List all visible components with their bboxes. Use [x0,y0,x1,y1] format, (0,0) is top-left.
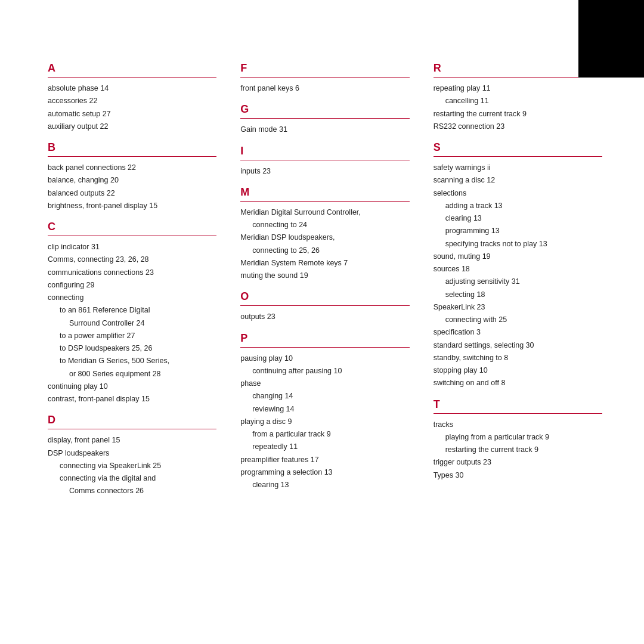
index-entry: Gain mode 31 [240,123,409,136]
section-block-p: Ppausing play 10continuing after pausing… [240,332,409,492]
index-entry: to an 861 Reference Digital [48,304,216,317]
section-letter: F [240,62,409,75]
column-1: Aabsolute phase 14accessories 22automati… [48,54,216,501]
section-block-a: Aabsolute phase 14accessories 22automati… [48,62,216,133]
section-divider [240,305,409,306]
index-entry: front panel keys 6 [240,82,409,95]
section-letter: B [48,141,216,154]
section-letter: C [48,221,216,233]
index-entry: connecting with 25 [434,314,602,326]
index-entry: brightness, front-panel display 15 [48,200,216,212]
index-entry: communications connections 23 [48,267,216,279]
index-entry: changing 14 [240,390,409,402]
index-entry: reviewing 14 [240,403,409,416]
index-entry: selections [434,187,602,200]
section-letter: D [48,414,216,426]
index-entry: continuing after pausing 10 [240,365,409,377]
section-divider [240,118,409,119]
section-divider [434,413,602,414]
section-divider [240,201,409,202]
index-entry: connecting [48,292,216,304]
index-entry: back panel connections 22 [48,162,216,174]
section-block-r: Rrepeating play 11cancelling 11restartin… [434,62,602,133]
section-block-m: MMeridian Digital Surround Controller,co… [240,186,409,283]
index-entry: tracks [434,419,602,431]
index-entry: auxiliary output 22 [48,120,216,133]
section-letter: T [434,398,602,411]
index-entry: accessories 22 [48,95,216,107]
index-entry: safety warnings ii [434,162,602,174]
index-entry: adjusting sensitivity 31 [434,275,602,288]
section-letter: P [240,332,409,345]
index-entry: programming a selection 13 [240,466,409,479]
index-entry: scanning a disc 12 [434,174,602,187]
index-entry: Surround Controller 24 [48,317,216,330]
index-entry: Comms, connecting 23, 26, 28 [48,253,216,266]
index-entry: standard settings, selecting 30 [434,339,602,352]
index-entry: specification 3 [434,326,602,339]
index-entry: balanced outputs 22 [48,187,216,200]
index-entry: adding a track 13 [434,200,602,212]
index-entry: preamplifier features 17 [240,454,409,466]
index-entry: connecting via SpeakerLink 25 [48,460,216,472]
section-divider [434,77,602,78]
section-divider [240,347,409,348]
section-divider [240,160,409,160]
section-letter: O [240,290,409,303]
section-divider [48,236,216,236]
index-entry: Meridian Digital Surround Controller, [240,206,409,219]
index-entry: stopping play 10 [434,364,602,377]
index-entry: outputs 23 [240,311,409,323]
section-divider [48,156,216,157]
section-letter: M [240,186,409,199]
index-entry: restarting the current track 9 [434,108,602,120]
index-entry: trigger outputs 23 [434,456,602,469]
index-entry: contrast, front-panel display 15 [48,393,216,405]
index-entry: Meridian DSP loudspeakers, [240,231,409,244]
index-entry: RS232 connection 23 [434,120,602,133]
index-entry: restarting the current track 9 [434,444,602,456]
section-divider [48,429,216,429]
column-3: Rrepeating play 11cancelling 11restartin… [434,54,602,501]
section-block-i: Iinputs 23 [240,145,409,178]
index-entry: display, front panel 15 [48,434,216,447]
section-block-g: GGain mode 31 [240,103,409,136]
index-entry: phase [240,377,409,390]
index-entry: clip indicator 31 [48,241,216,253]
index-entry: Meridian System Remote keys 7 [240,257,409,270]
index-entry: playing a disc 9 [240,416,409,428]
index-entry: balance, changing 20 [48,174,216,187]
index-entry: specifying tracks not to play 13 [434,238,602,250]
section-letter: A [48,62,216,75]
index-entry: repeatedly 11 [240,441,409,453]
index-columns: Aabsolute phase 14accessories 22automati… [48,54,602,501]
index-entry: cancelling 11 [434,95,602,107]
section-letter: G [240,103,409,116]
section-block-s: Ssafety warnings iiscanning a disc 12sel… [434,141,602,390]
index-entry: connecting to 25, 26 [240,244,409,257]
column-2: Ffront panel keys 6GGain mode 31Iinputs … [240,54,409,501]
index-entry: clearing 13 [434,212,602,225]
index-entry: inputs 23 [240,165,409,178]
index-entry: switching on and off 8 [434,377,602,389]
section-block-b: Bback panel connections 22balance, chang… [48,141,216,212]
index-entry: muting the sound 19 [240,270,409,282]
index-entry: selecting 18 [434,289,602,301]
section-letter: S [434,141,602,154]
section-divider [434,156,602,157]
section-divider [240,77,409,78]
index-entry: programming 13 [434,225,602,237]
index-entry: from a particular track 9 [240,428,409,441]
index-entry: to a power amplifier 27 [48,330,216,342]
section-block-c: Cclip indicator 31Comms, connecting 23, … [48,221,216,405]
index-entry: playing from a particular track 9 [434,431,602,444]
section-divider [48,77,216,78]
index-entry: Types 30 [434,469,602,482]
section-block-t: Ttracksplaying from a particular track 9… [434,398,602,482]
index-entry: sources 18 [434,263,602,275]
page-container: Aabsolute phase 14accessories 22automati… [0,0,644,644]
index-entry: connecting to 24 [240,219,409,231]
section-letter: R [434,62,602,75]
index-entry: to Meridian G Series, 500 Series, [48,355,216,367]
index-entry: continuing play 10 [48,380,216,393]
